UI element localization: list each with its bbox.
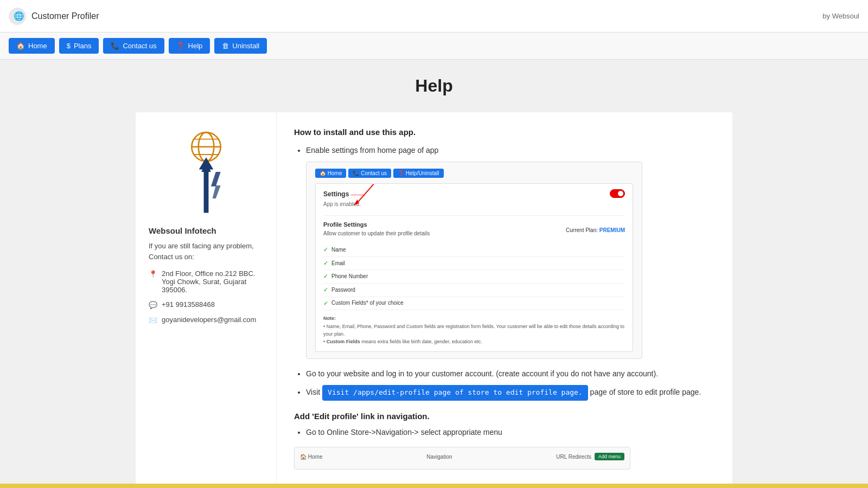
- step-3-pre: Visit: [306, 388, 322, 396]
- url-redirects-text: URL Redirects: [556, 454, 591, 460]
- email-icon: ✉️: [149, 316, 157, 324]
- mini-contact-btn: 📞 Contact us: [348, 169, 391, 178]
- dollar-icon: $: [67, 42, 71, 50]
- steps-list: Enable settings from home page of app 🏠 …: [294, 144, 715, 401]
- mini-nav-bar: 🏠 Home 📞 Contact us ❓ Help/Uninstall: [315, 169, 633, 178]
- mini-help-btn: ❓ Help/Uninstall: [393, 169, 443, 178]
- mini-field-name: ✓ Name: [323, 243, 625, 257]
- mini-nav-navigation: Navigation: [426, 454, 452, 460]
- plans-label: Plans: [74, 42, 92, 50]
- company-name: Websoul Infotech: [149, 226, 216, 235]
- svg-marker-8: [199, 157, 213, 169]
- app-header: 🌐 Customer Profiler by Websoul: [0, 0, 868, 33]
- help-label: Help: [188, 42, 203, 50]
- help-button[interactable]: ❓ Help: [169, 38, 210, 54]
- mini-field-password: ✓ Password: [323, 284, 625, 297]
- contact-phone: 💬 +91 9913588468: [149, 300, 215, 309]
- bottom-bar: [0, 484, 868, 488]
- add-menu-button: Add menu: [595, 453, 624, 460]
- check-icon-3: ✓: [323, 272, 328, 281]
- location-icon: 📍: [149, 270, 157, 278]
- step-2-text: Go to your website and log in to your cu…: [306, 369, 658, 378]
- main-card: Websoul Infotech If you are still facing…: [136, 112, 732, 485]
- check-icon: ✓: [323, 245, 328, 255]
- mini-home-btn: 🏠 Home: [315, 169, 346, 178]
- mini-profile-title: Profile Settings: [323, 220, 430, 230]
- left-panel: Websoul Infotech If you are still facing…: [136, 112, 277, 485]
- whatsapp-icon: 💬: [149, 301, 157, 309]
- step-1: Enable settings from home page of app 🏠 …: [306, 144, 715, 359]
- mini-field-custom: ✓ Custom Fields* of your choice: [323, 297, 625, 311]
- how-to-heading: How to install and use this app.: [294, 127, 715, 137]
- step-3-post: page of store to edit profile page.: [590, 388, 701, 396]
- mini-profile-title-block: Profile Settings Allow customer to updat…: [323, 220, 430, 242]
- add-nav-step-text: Go to Online Store->Navigation-> select …: [306, 428, 502, 436]
- header-by: by Websoul: [822, 12, 859, 20]
- field-password-label: Password: [331, 286, 355, 294]
- email-text: goyanidevelopers@gmail.com: [162, 316, 256, 324]
- right-panel: How to install and use this app. Enable …: [277, 112, 732, 485]
- add-nav-heading: Add 'Edit profile' link in navigation.: [294, 412, 715, 421]
- phone-text: +91 9913588468: [162, 300, 215, 309]
- svg-marker-10: [212, 185, 220, 198]
- mini-nav-home: 🏠 Home: [300, 454, 322, 460]
- mini-profile-header: Profile Settings Allow customer to updat…: [323, 220, 625, 242]
- add-nav-step-1: Go to Online Store->Navigation-> select …: [306, 426, 715, 438]
- phone-icon: 📞: [111, 42, 119, 50]
- svg-text:🌐: 🌐: [14, 11, 24, 21]
- contact-button[interactable]: 📞 Contact us: [103, 38, 164, 54]
- page-content: Help: [0, 60, 868, 488]
- svg-marker-9: [210, 172, 220, 187]
- plans-button[interactable]: $ Plans: [59, 38, 99, 54]
- mini-profile-section: Profile Settings Allow customer to updat…: [323, 215, 625, 346]
- mini-plan-badge: Current Plan: PREMIUM: [566, 226, 625, 235]
- company-logo: [171, 129, 241, 215]
- home-icon: 🏠: [16, 42, 25, 50]
- step-2: Go to your website and log in to your cu…: [306, 368, 715, 380]
- help-icon: ❓: [176, 42, 185, 50]
- edit-profile-badge: Visit /apps/edit-profile page of store t…: [322, 385, 588, 401]
- add-nav-steps-list: Go to Online Store->Navigation-> select …: [294, 426, 715, 438]
- app-logo: 🌐: [9, 8, 26, 25]
- contact-address: 📍 2nd Floor, Office no.212 BBC. Yogi Cho…: [149, 269, 263, 294]
- address-text: 2nd Floor, Office no.212 BBC. Yogi Chowk…: [162, 269, 263, 294]
- field-name-label: Name: [331, 246, 346, 254]
- field-phone-label: Phone Number: [331, 272, 368, 281]
- trash-icon: 🗑: [222, 42, 229, 50]
- page-title: Help: [11, 76, 857, 96]
- app-title: Customer Profiler: [31, 11, 99, 21]
- mini-nav-screenshot: 🏠 Home Navigation URL Redirects Add menu: [294, 447, 630, 470]
- contact-label: Contact us: [123, 42, 156, 50]
- svg-line-11: [356, 184, 374, 204]
- home-label: Home: [28, 42, 47, 50]
- contact-intro: If you are still facing any problem, Con…: [149, 241, 263, 262]
- header-left: 🌐 Customer Profiler: [9, 8, 99, 25]
- mini-field-email: ✓ Email: [323, 257, 625, 271]
- mini-nav-right: URL Redirects Add menu: [556, 453, 624, 460]
- red-arrow-annotation: [350, 182, 382, 209]
- mini-note: Note: • Name, Email, Phone, Password and…: [323, 314, 625, 346]
- mini-field-phone: ✓ Phone Number: [323, 270, 625, 284]
- mini-toggle: [610, 189, 625, 198]
- svg-marker-12: [354, 200, 359, 206]
- company-logo-area: [149, 129, 263, 215]
- check-icon-5: ✓: [323, 299, 328, 309]
- field-email-label: Email: [331, 259, 345, 268]
- home-button[interactable]: 🏠 Home: [9, 38, 55, 54]
- check-icon-2: ✓: [323, 259, 328, 268]
- field-custom-label: Custom Fields* of your choice: [331, 299, 404, 307]
- mini-profile-sub: Allow customer to update their profile d…: [323, 229, 430, 238]
- mini-nav-screenshot-bar: 🏠 Home Navigation URL Redirects Add menu: [300, 453, 624, 460]
- step-3: Visit Visit /apps/edit-profile page of s…: [306, 385, 715, 401]
- mini-screenshot-settings: 🏠 Home 📞 Contact us ❓ Help/Uninstall Set…: [306, 162, 642, 358]
- contact-email: ✉️ goyanidevelopers@gmail.com: [149, 316, 256, 324]
- nav-bar: 🏠 Home $ Plans 📞 Contact us ❓ Help 🗑 Uni…: [0, 33, 868, 60]
- check-icon-4: ✓: [323, 285, 328, 295]
- uninstall-label: Uninstall: [232, 42, 259, 50]
- step-1-text: Enable settings from home page of app: [306, 146, 438, 155]
- uninstall-button[interactable]: 🗑 Uninstall: [214, 38, 267, 54]
